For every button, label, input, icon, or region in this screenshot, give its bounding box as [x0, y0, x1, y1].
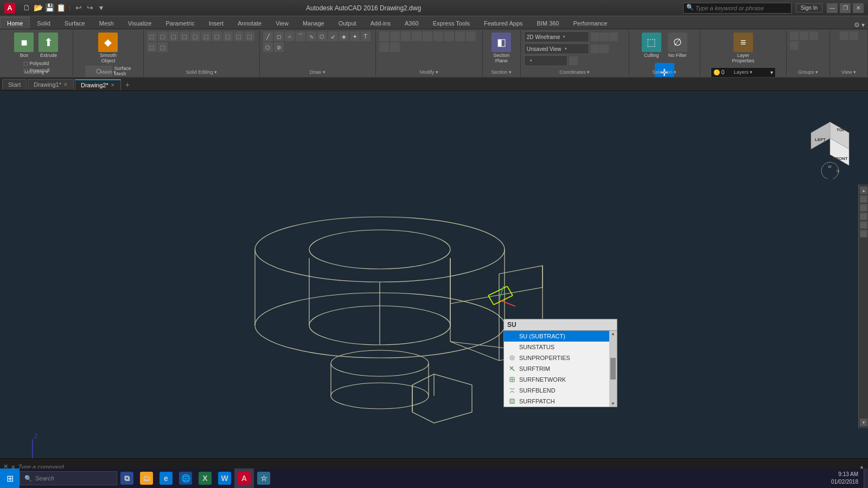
- view2-icon-1[interactable]: [591, 44, 599, 53]
- solid-btn-1[interactable]: ⬚: [147, 31, 157, 41]
- view-icon-3[interactable]: [609, 33, 618, 41]
- draw-btn-7[interactable]: ↙: [328, 31, 338, 41]
- tab-home[interactable]: Home: [0, 17, 30, 29]
- new-tab-button[interactable]: +: [122, 79, 133, 91]
- draw-btn-8[interactable]: ◈: [339, 31, 349, 41]
- solid-btn-12[interactable]: ⬚: [158, 42, 168, 52]
- tab-output[interactable]: Output: [331, 17, 363, 29]
- view-icon-2[interactable]: [600, 33, 609, 41]
- undo-button[interactable]: ↩: [74, 3, 84, 12]
- solid-btn-9[interactable]: ⬚: [234, 31, 244, 41]
- edge-app[interactable]: e: [156, 468, 176, 488]
- tab-featured[interactable]: Featured Apps: [477, 17, 530, 29]
- culling-button[interactable]: ⬚ Culling: [640, 31, 663, 60]
- autocomplete-item-su-subtract[interactable]: SU (SUBTRACT): [504, 331, 617, 342]
- autocad-app[interactable]: A: [234, 468, 254, 488]
- draw-btn-10[interactable]: T: [361, 31, 371, 41]
- tab-visualize[interactable]: Visualize: [121, 17, 159, 29]
- taskview-button[interactable]: ⧉: [117, 468, 137, 488]
- draw-btn-4[interactable]: ⌒: [296, 31, 305, 41]
- start-button[interactable]: ⊞: [0, 468, 20, 488]
- tab-parametric[interactable]: Parametric: [158, 17, 201, 29]
- mod-btn-3[interactable]: [401, 31, 411, 41]
- mod-btn-2[interactable]: [390, 31, 400, 41]
- draw-btn-12[interactable]: ⊘: [274, 42, 284, 52]
- solid-btn-7[interactable]: ⬚: [212, 31, 222, 41]
- tab-insert[interactable]: Insert: [202, 17, 231, 29]
- tab-drawing1[interactable]: Drawing1* ✕: [28, 79, 74, 89]
- draw-btn-5[interactable]: ∿: [307, 31, 316, 41]
- mod-btn-6[interactable]: [433, 31, 443, 41]
- autocomplete-item-sunstatus[interactable]: SUNSTATUS: [504, 342, 617, 352]
- mod-btn-8[interactable]: [455, 31, 465, 41]
- tab-express[interactable]: Express Tools: [426, 17, 477, 29]
- right-panel-btn-4[interactable]: ⬚: [860, 213, 867, 220]
- word-app[interactable]: W: [215, 468, 234, 488]
- draw-btn-3[interactable]: ○: [285, 31, 295, 41]
- solid-btn-10[interactable]: ⬚: [245, 31, 254, 41]
- tab-bim360[interactable]: BIM 360: [530, 17, 566, 29]
- solid-btn-5[interactable]: ⬚: [190, 31, 200, 41]
- view-dropdown[interactable]: 2D Wireframe ▾: [524, 31, 589, 42]
- group-btn-2[interactable]: [800, 31, 808, 40]
- right-panel-btn-1[interactable]: ▲: [860, 187, 867, 194]
- view2-icon-2[interactable]: [600, 44, 609, 53]
- explorer-app[interactable]: 🗂: [137, 468, 156, 488]
- solid-btn-8[interactable]: ⬚: [223, 31, 233, 41]
- right-panel-btn-3[interactable]: ⬚: [860, 204, 867, 211]
- save-button[interactable]: 💾: [44, 3, 54, 12]
- ie-app[interactable]: 🌐: [176, 468, 195, 488]
- autocomplete-item-surfnetwork[interactable]: SURFNETWORK: [504, 374, 617, 385]
- world-dropdown[interactable]: ▾: [524, 55, 567, 66]
- group-btn-3[interactable]: [809, 31, 818, 40]
- mod-btn-1[interactable]: [379, 31, 389, 41]
- redo-button[interactable]: ↪: [85, 3, 95, 12]
- draw-btn-1[interactable]: ╱: [263, 31, 273, 41]
- scroll-up-arrow[interactable]: ▲: [611, 331, 615, 336]
- tab-a360[interactable]: A360: [398, 17, 426, 29]
- layer-properties-button[interactable]: ≡ LayerProperties: [730, 31, 756, 65]
- windows-search[interactable]: 🔍 Search: [20, 471, 117, 485]
- mod-btn-7[interactable]: [444, 31, 454, 41]
- autocomplete-item-sunproperties[interactable]: SUNPROPERTIES: [504, 352, 617, 363]
- solid-btn-3[interactable]: ⬚: [169, 31, 178, 41]
- tab-drawing1-close[interactable]: ✕: [63, 82, 68, 87]
- tab-mesh[interactable]: Mesh: [92, 17, 121, 29]
- excel-app[interactable]: X: [195, 468, 215, 488]
- open-button[interactable]: 📂: [33, 3, 43, 12]
- navigation-cube[interactable]: TOP FRONT LEFT W N WCS: [803, 119, 857, 179]
- tab-manage[interactable]: Manage: [296, 17, 331, 29]
- section-plane-button[interactable]: ◧ SectionPlane: [489, 31, 513, 70]
- no-filter-button[interactable]: ∅ No Filter: [666, 31, 690, 60]
- view-right-btn-1[interactable]: [840, 31, 848, 40]
- scroll-down-arrow[interactable]: ▼: [611, 401, 615, 406]
- show-desktop-button[interactable]: [864, 468, 868, 488]
- other-app[interactable]: ☆: [254, 468, 273, 488]
- tab-annotate[interactable]: Annotate: [231, 17, 269, 29]
- minimize-button[interactable]: —: [827, 3, 838, 13]
- tab-solid[interactable]: Solid: [30, 17, 57, 29]
- mod-btn-5[interactable]: [423, 31, 432, 41]
- autocomplete-item-surfpatch[interactable]: SURFPATCH: [504, 396, 617, 407]
- right-panel-btn-2[interactable]: ⬚: [860, 195, 867, 203]
- draw-btn-2[interactable]: ◻: [274, 31, 284, 41]
- close-button[interactable]: ✕: [853, 3, 864, 13]
- mod-btn-10[interactable]: [379, 42, 389, 52]
- solid-btn-2[interactable]: ⬚: [158, 31, 168, 41]
- tab-addins[interactable]: Add-ins: [363, 17, 398, 29]
- sign-in-button[interactable]: Sign In: [796, 3, 822, 12]
- view-icon-1[interactable]: [591, 33, 599, 41]
- group-btn-1[interactable]: [790, 31, 799, 40]
- solid-btn-6[interactable]: ⬚: [201, 31, 211, 41]
- saveall-button[interactable]: 📋: [56, 3, 66, 12]
- restore-button[interactable]: ❐: [840, 3, 851, 13]
- right-panel-btn-7[interactable]: ▼: [860, 419, 867, 426]
- mod-btn-4[interactable]: [412, 31, 422, 41]
- tab-performance[interactable]: Performance: [566, 17, 614, 29]
- new-button[interactable]: 🗋: [22, 3, 31, 12]
- draw-btn-6[interactable]: ⬡: [317, 31, 327, 41]
- autocomplete-item-surfblend[interactable]: SURFBLEND: [504, 385, 617, 396]
- right-panel-btn-5[interactable]: ⬚: [860, 221, 867, 229]
- box-button[interactable]: ■ Box: [12, 31, 36, 60]
- mod-btn-11[interactable]: [390, 42, 400, 52]
